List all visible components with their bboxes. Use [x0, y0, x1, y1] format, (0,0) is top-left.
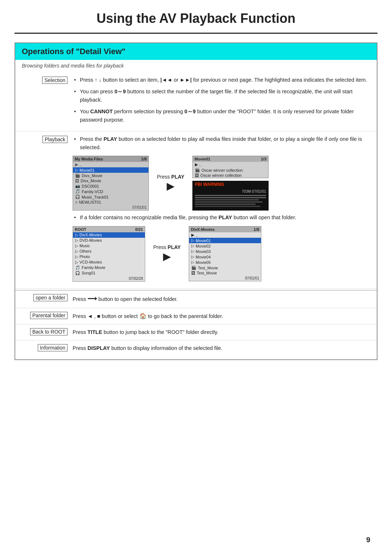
back-to-root-desc: Press TITLE button to jump back to the "…	[73, 328, 370, 336]
selection-bullet-3: You CANNOT perform selection by pressing…	[73, 107, 370, 124]
movie01-panel: Movie01 1/3 ▶.. 🎬Oscar winner collection…	[192, 156, 269, 178]
playback-bullet-2: If a folder contains no recognizable med…	[73, 213, 370, 221]
my-media-files-footer: 07/01/01	[73, 205, 148, 210]
fbi-lines	[195, 195, 266, 207]
divx-test-movie-img: 🖼Test_Movie	[189, 270, 261, 276]
divx-panel-header: DivX-Movies 1/8	[189, 227, 261, 232]
movie01-oscar-dvd: 🎬Oscar winner collection	[193, 167, 268, 173]
screenshot-area-2: ROOT 0/21 ▷DivX-Movies ▷DVD-Movies ▷Musi…	[73, 226, 370, 282]
playback-row: Playback Press the PLAY button on a sele…	[15, 131, 377, 288]
my-media-files-header: My Media Files 1/8	[73, 156, 148, 162]
root-music: ▷Music	[73, 243, 145, 249]
selection-label: Selection	[22, 76, 73, 84]
bottom-rows: open a folder Press ⟶ button to open the…	[15, 290, 377, 356]
fbi-line-6	[195, 206, 260, 207]
open-folder-label: open a folder	[22, 294, 73, 301]
main-content-box: Operations of "Detail View" Browsing fol…	[15, 42, 377, 360]
file-item-divx-movie-dvd: 🎬Divx_Movie	[73, 173, 148, 178]
play-arrow-1: ►	[164, 180, 177, 193]
information-desc: Press DISPLAY button to display informat…	[73, 344, 370, 352]
playback-desc: Press the PLAY button on a selected fold…	[73, 135, 370, 284]
root-dvd-movies: ▷DVD-Movies	[73, 238, 145, 243]
playback-label: Playback	[22, 135, 73, 143]
information-label: Information	[22, 344, 73, 351]
back-to-root-row: Back to ROOT Press TITLE button to jump …	[15, 325, 377, 340]
root-others: ▷Others	[73, 249, 145, 254]
file-item-divx-movie-img: 🖼Divx_Movie	[73, 178, 148, 183]
selection-desc: Press ↑ ↓ button to select an item, |◄◄ …	[73, 76, 370, 127]
press-play-arrow-1: Press PLAY ►	[152, 174, 189, 193]
divx-movie03: ▷Movie03	[189, 249, 261, 254]
fbi-dark-panel: 703M 07/01/01	[192, 188, 269, 211]
right-panels-1: Movie01 1/3 ▶.. 🎬Oscar winner collection…	[192, 156, 269, 211]
file-item-dsc0001: 📷DSC0001	[73, 183, 148, 189]
divx-test-movie-dvd: 🎬Test_Movie	[189, 265, 261, 270]
divx-panel: DivX-Movies 1/8 ▶.. ▷Movie01 ▷Movie02	[189, 226, 261, 281]
play-arrow-2: ►	[160, 250, 173, 263]
root-family-movie: 🎵Family-Movie	[73, 265, 145, 270]
section-subtitle: Browsing folders and media files for pla…	[15, 60, 377, 72]
my-media-files-panel: My Media Files 1/8 ▶.. ▷Movie01 🎬Divx_Mo…	[73, 156, 149, 211]
root-footer: 07/02/28	[73, 276, 145, 281]
divx-movie05: ▷Movie05	[189, 260, 261, 265]
fbi-line-4	[195, 201, 262, 203]
file-item-up: ▶..	[73, 162, 148, 167]
root-panel-header: ROOT 0/21	[73, 227, 145, 232]
movie01-up: ▶..	[193, 162, 268, 167]
fbi-line-1	[195, 195, 266, 196]
selection-row: Selection Press ↑ ↓ button to select an …	[15, 72, 377, 131]
open-folder-desc: Press ⟶ button to open the selected fold…	[73, 294, 370, 304]
screenshot-area-1: My Media Files 1/8 ▶.. ▷Movie01 🎬Divx_Mo…	[73, 156, 370, 211]
information-row: Information Press DISPLAY button to disp…	[15, 340, 377, 356]
divx-movie01: ▷Movie01	[189, 238, 261, 243]
file-item-newlist01: ≡NEWLIST01	[73, 200, 148, 205]
press-play-arrow-2: Press PLAY ►	[149, 244, 185, 263]
parental-folder-row: Parental folder Press ◄ , ■ button or se…	[15, 308, 377, 325]
movie01-header: Movie01 1/3	[193, 156, 268, 162]
file-item-family-vcd: 🎵Family-VCD	[73, 189, 148, 194]
page-title: Using the AV Playback Function	[15, 0, 377, 34]
selection-bullet-2: You can press 0～9 buttons to select the …	[73, 87, 370, 104]
open-folder-row: open a folder Press ⟶ button to open the…	[15, 290, 377, 308]
playback-bullet-1: Press the PLAY button on a selected fold…	[73, 135, 370, 151]
file-item-music-track01: 🎧Music_Track01	[73, 194, 148, 200]
divx-up: ▶..	[189, 232, 261, 238]
root-divx-movies: ▷DivX-Movies	[73, 232, 145, 238]
root-song01: 🎧Song01	[73, 270, 145, 276]
movie01-oscar-img: 🖼Oscar winner collection	[193, 173, 268, 178]
page-number: 9	[366, 536, 370, 544]
root-vcd-movies: ▷VCD-Movies	[73, 260, 145, 265]
root-panel: ROOT 0/21 ▷DivX-Movies ▷DVD-Movies ▷Musi…	[73, 226, 145, 282]
fbi-line-2	[195, 197, 266, 198]
parental-folder-label: Parental folder	[22, 312, 73, 319]
selection-bullet-1: Press ↑ ↓ button to select an item, |◄◄ …	[73, 76, 370, 84]
back-to-root-label: Back to ROOT	[22, 328, 73, 335]
fbi-line-5	[195, 204, 256, 205]
file-item-movie01: ▷Movie01	[73, 167, 148, 173]
fbi-line-3	[195, 199, 259, 200]
divx-movie04: ▷Movie04	[189, 254, 261, 260]
fbi-area: FBI WARNING 703M 07/01/01	[192, 181, 269, 211]
divx-footer: 07/01/01	[189, 276, 261, 281]
section-header: Operations of "Detail View"	[15, 43, 377, 60]
fbi-info: 703M 07/01/01	[195, 189, 266, 193]
fbi-warning-text: FBI WARNING	[192, 181, 269, 188]
divx-movie02: ▷Movie02	[189, 243, 261, 249]
root-photo: ▷Photo	[73, 254, 145, 260]
parental-folder-desc: Press ◄ , ■ button or select 🏠 to go bac…	[73, 312, 370, 321]
